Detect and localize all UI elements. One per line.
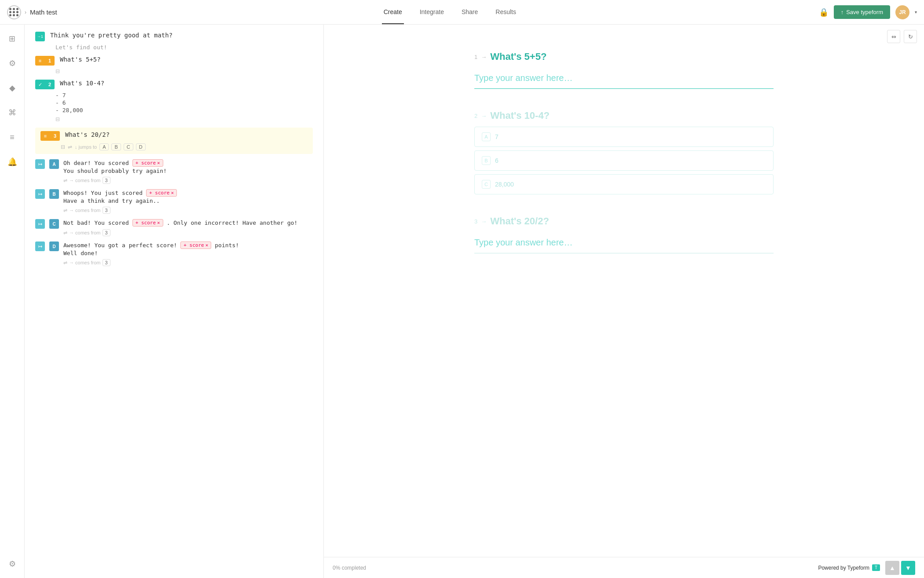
comes-from-icon-c: ⇌ [63,230,67,236]
sidebar-icon-settings[interactable]: ⚙ [5,56,19,70]
sidebar-icon-theme[interactable]: ◆ [5,81,19,95]
q2-option-3: - 28,000 [55,107,313,113]
pq3-label: 3 → What's 20/2? [474,216,774,227]
pq3-arrow: → [481,218,487,225]
sidebar-icon-layout[interactable]: ⊞ [5,32,19,46]
ending-c-comes-from: ⇌ → comes from 3 [63,229,313,236]
tab-create[interactable]: Create [382,0,404,24]
ending-c-type-icon: ↦ [35,219,45,229]
jump-a[interactable]: A [99,143,109,150]
question-2[interactable]: ✓ 2 What's 10-4? - 7 - 6 - 28,000 ⊟ [35,80,313,122]
q2-header: ✓ 2 What's 10-4? [35,80,313,89]
preview-q1: 1 → What's 5+5? [474,51,774,89]
lock-icon: 🔒 [819,7,829,17]
q1-badge-num: 1 [45,56,55,66]
ending-b-type-icon: ↦ [35,189,45,199]
ending-a-title: Oh dear! You scored + score × [63,159,313,167]
q1-settings-icon[interactable]: ⊟ [55,68,60,74]
pq2-choice-c-text: 28,000 [495,181,514,188]
q1-header: ≡ 1 What's 5+5? [35,56,313,66]
preview-bottom-bar: 0% completed Powered by Typeform T ▲ ▼ [324,557,924,578]
jump-d[interactable]: D [136,143,146,150]
split-view-button[interactable]: ⇔ [887,30,900,43]
ending-c-title: Not bad! You scored + score × . Only one… [63,219,313,227]
ending-d-content: Awesome! You got a perfect score! + scor… [63,241,313,266]
ending-a: ↦ A Oh dear! You scored + score × You sh… [35,159,313,184]
ending-d-comes-from: ⇌ → comes from 3 [63,259,313,266]
pq3-num: 3 [474,218,477,225]
question-3[interactable]: ≡ 3 What's 20/2? ⊟ ⇌ ↓ jumps to A B C D [35,128,313,154]
pq2-choice-a-text: 7 [495,133,499,140]
ending-c: ↦ C Not bad! You scored + score × . Only… [35,219,313,236]
jump-c[interactable]: C [124,143,133,150]
preview-q2: 2 → What's 10-4? A 7 B 6 C 28,000 [474,110,774,194]
pq2-choice-a[interactable]: A 7 [474,127,774,147]
pq2-choice-b[interactable]: B 6 [474,150,774,171]
intro-title: Think you're pretty good at math? [50,32,172,39]
tab-share[interactable]: Share [460,0,480,24]
save-button[interactable]: ↑ Save typeform [834,5,890,19]
pq2-num: 2 [474,113,477,119]
jump-b[interactable]: B [111,143,121,150]
score-x-a[interactable]: × [157,160,160,166]
avatar: JR [895,5,909,19]
intro-badge: →1 [35,32,45,41]
pq2-label: 2 → What's 10-4? [474,110,774,121]
jumps-label: ↓ jumps to [75,144,97,150]
preview-content: 1 → What's 5+5? 2 → What's 10-4? A 7 [457,25,791,318]
score-x-c[interactable]: × [157,220,160,226]
ending-d: ↦ D Awesome! You got a perfect score! + … [35,241,313,266]
preview-panel: ⇔ ↻ 1 → What's 5+5? 2 → What's 10-4? [324,25,924,578]
q2-badge-num: 2 [45,80,55,89]
score-x-d[interactable]: × [205,242,209,248]
sidebar-icon-help[interactable]: ⚙ [5,557,19,571]
nav-logo[interactable] [7,5,21,19]
q-header-intro: →1 Think you're pretty good at math? [35,32,313,41]
sidebar-icon-logic[interactable]: ⌘ [5,106,19,120]
prev-question-button[interactable]: ▲ [885,561,899,575]
brand-label: Powered by Typeform [818,565,869,571]
ending-a-type-icon: ↦ [35,159,45,169]
pq3-title: What's 20/2? [490,216,549,227]
score-badge-b: + score × [146,189,177,197]
tab-integrate[interactable]: Integrate [418,0,446,24]
avatar-caret[interactable]: ▾ [915,10,917,15]
q2-settings-icon[interactable]: ⊟ [55,116,60,122]
q3-logic-icon[interactable]: ⇌ [68,144,72,150]
sidebar-icon-notifications[interactable]: 🔔 [5,155,19,169]
ending-a-badge: A [49,159,59,169]
pq1-label: 1 → What's 5+5? [474,51,774,62]
question-1[interactable]: ≡ 1 What's 5+5? ⊟ [35,56,313,74]
q2-badge-icon: ✓ [35,80,45,89]
comes-from-num-c: 3 [103,229,110,236]
comes-from-num-a: 3 [103,177,110,184]
next-question-button[interactable]: ▼ [901,561,915,575]
pq2-choice-a-key: A [482,132,491,141]
ending-c-badge: C [49,219,59,229]
q3-settings-icon[interactable]: ⊟ [61,144,65,150]
q2-option-2: - 6 [55,99,313,106]
pq1-num: 1 [474,54,477,60]
q3-controls: ⊟ ⇌ ↓ jumps to A B C D [61,143,308,150]
pq2-choice-c[interactable]: C 28,000 [474,174,774,194]
nav-left: › Math test [0,5,88,19]
ending-b-badge: B [49,189,59,199]
tab-results[interactable]: Results [494,0,518,24]
pq1-input[interactable] [474,68,774,89]
q3-badge-num: 3 [50,131,60,141]
intro-subtitle: Let's find out! [55,44,313,51]
ending-b: ↦ B Whoops! You just scored + score × Ha… [35,189,313,214]
ending-d-badge: D [49,241,59,251]
q1-icon-row: ⊟ [55,68,313,74]
refresh-button[interactable]: ↻ [904,30,917,43]
nav-right: 🔒 ↑ Save typeform JR ▾ [812,5,924,19]
pq1-arrow: → [481,54,487,60]
ending-d-line2: Well done! [63,250,313,256]
ending-d-title: Awesome! You got a perfect score! + scor… [63,241,313,249]
score-x-b[interactable]: × [171,190,174,196]
pq3-input[interactable] [474,232,774,253]
sidebar-icon-results[interactable]: ≡ [5,130,19,144]
comes-from-num-d: 3 [103,259,110,266]
q1-badge: ≡ 1 [35,56,55,66]
comes-from-num-b: 3 [103,207,110,214]
